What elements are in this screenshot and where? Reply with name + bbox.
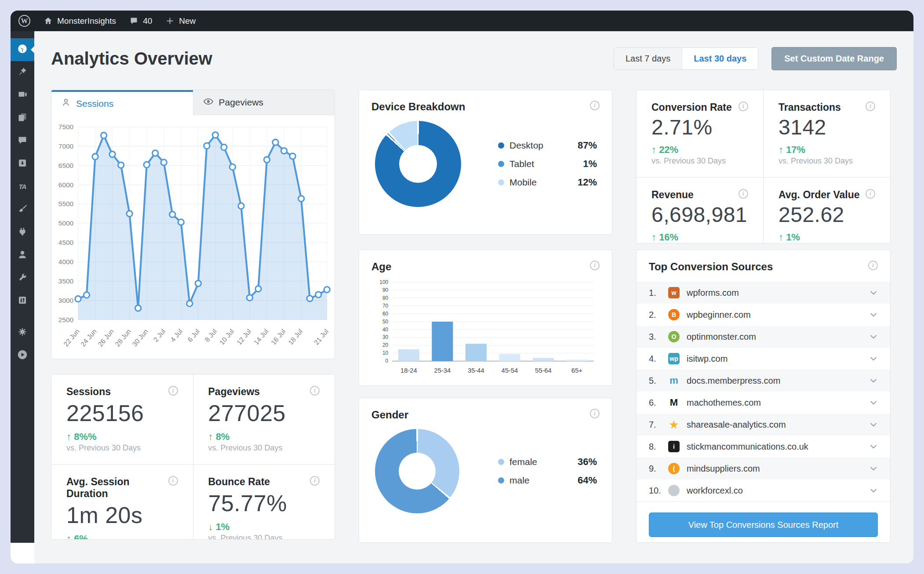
chevron-down-icon[interactable]	[869, 420, 878, 429]
source-domain: wpforms.com	[687, 288, 739, 298]
sessions-line-chart: 2500300035004000450050005500600065007000…	[51, 115, 335, 359]
tab-sessions[interactable]: Sessions	[51, 90, 193, 115]
info-icon[interactable]: i	[738, 189, 748, 199]
chevron-down-icon[interactable]	[869, 332, 878, 341]
info-icon[interactable]: i	[590, 261, 600, 270]
source-rank: 8.	[649, 442, 668, 452]
svg-text:21 Jul: 21 Jul	[313, 327, 330, 346]
device-breakdown-card: Device Breakdown i Desktop87%Tablet1%Mob…	[359, 90, 612, 235]
conversion-source-row[interactable]: 8. i stickmancommunications.co.uk	[637, 436, 890, 458]
conversion-source-row[interactable]: 5. m docs.memberpress.com	[637, 370, 890, 392]
chevron-down-icon[interactable]	[869, 310, 878, 319]
stat-delta: ↑ 16%	[651, 232, 748, 243]
conversion-source-row[interactable]: 4. wp isitwp.com	[637, 348, 890, 370]
sidebar-item-media[interactable]	[11, 84, 34, 107]
chevron-down-icon[interactable]	[869, 398, 878, 407]
site-menu[interactable]: MonsterInsights	[44, 16, 116, 26]
source-rank: 4.	[649, 354, 668, 364]
sidebar-item-ta-label[interactable]: TA	[11, 175, 34, 198]
svg-text:26 Jun: 26 Jun	[96, 327, 115, 348]
top-conversion-sources-card: Top Conversion Sources i 1. w wpforms.co…	[636, 250, 891, 543]
sidebar-item-video-play[interactable]	[11, 344, 34, 367]
stat-card-conversion-rate: Conversion Rate i 2.71% ↑ 22% vs. Previo…	[637, 90, 763, 177]
tab-pageviews[interactable]: Pageviews	[193, 90, 335, 115]
comments-menu[interactable]: 40	[129, 16, 152, 26]
chevron-down-icon[interactable]	[869, 464, 878, 473]
eye-icon	[203, 96, 214, 109]
sidebar-item-dashboard[interactable]	[11, 38, 34, 61]
source-domain: stickmancommunications.co.uk	[687, 442, 808, 452]
delta-arrow-icon: ↓	[208, 521, 213, 532]
info-icon[interactable]: i	[866, 102, 875, 111]
sidebar-item-download[interactable]	[11, 153, 34, 175]
info-icon[interactable]: i	[168, 386, 178, 396]
info-icon[interactable]: i	[310, 386, 320, 396]
favicon-monster-icon: O	[668, 331, 680, 342]
conversion-source-row[interactable]: 7. ★ shareasale-analytics.com	[637, 414, 890, 436]
chevron-down-icon[interactable]	[869, 288, 878, 297]
sidebar-item-wrench[interactable]	[11, 267, 34, 290]
svg-text:100: 100	[379, 279, 388, 285]
wordpress-logo[interactable]: W	[18, 15, 30, 27]
svg-text:60: 60	[382, 311, 389, 317]
right-column: Conversion Rate i 2.71% ↑ 22% vs. Previo…	[636, 90, 891, 543]
conversion-source-row[interactable]: 10. workforcexl.co	[637, 480, 890, 501]
left-column: Sessions Pageviews 250030003500400045005…	[51, 90, 335, 543]
svg-text:16 Jul: 16 Jul	[269, 327, 287, 346]
chevron-down-icon[interactable]	[869, 442, 878, 451]
download-icon	[17, 158, 28, 170]
sidebar-item-comments[interactable]	[11, 130, 34, 153]
svg-text:6500: 6500	[58, 162, 73, 169]
sidebar-item-seo-gear[interactable]	[11, 321, 34, 344]
admin-bar: W MonsterInsights 40 New	[11, 11, 913, 31]
date-range-segmented-control: Last 7 days Last 30 days	[614, 47, 758, 70]
svg-text:4500: 4500	[58, 239, 73, 246]
svg-text:24 Jun: 24 Jun	[79, 327, 98, 348]
sidebar-item-brush[interactable]	[11, 198, 34, 221]
stat-delta: ↑ 22%	[651, 144, 748, 156]
conversion-source-row[interactable]: 2. B wpbeginner.com	[637, 304, 890, 326]
info-icon[interactable]: i	[590, 409, 600, 418]
view-report-button[interactable]: View Top Conversions Sources Report	[649, 512, 878, 537]
conversion-source-row[interactable]: 9. ( mindsuppliers.com	[637, 458, 890, 480]
pushpin-icon	[17, 66, 28, 79]
stat-value: 75.77%	[208, 490, 320, 517]
svg-text:3500: 3500	[58, 277, 73, 285]
middle-column: Device Breakdown i Desktop87%Tablet1%Mob…	[359, 90, 612, 543]
set-custom-date-range-button[interactable]: Set Custom Date Range	[771, 47, 897, 70]
ecommerce-stats-grid: Conversion Rate i 2.71% ↑ 22% vs. Previo…	[636, 90, 891, 243]
chevron-down-icon[interactable]	[869, 354, 878, 363]
new-content-menu[interactable]: New	[165, 16, 196, 26]
plugin-icon	[17, 226, 28, 239]
svg-text:4000: 4000	[58, 258, 73, 265]
svg-text:14 Jul: 14 Jul	[252, 327, 270, 346]
favicon-bear-icon: w	[668, 287, 680, 298]
info-icon[interactable]: i	[310, 476, 320, 486]
svg-text:2500: 2500	[58, 316, 73, 323]
conversion-source-row[interactable]: 1. w wpforms.com	[637, 282, 890, 304]
source-domain: docs.memberpress.com	[687, 376, 780, 386]
sidebar-item-plugin[interactable]	[11, 221, 34, 244]
last-30-days-button[interactable]: Last 30 days	[682, 48, 758, 69]
last-7-days-button[interactable]: Last 7 days	[614, 48, 682, 69]
sidebar-item-pushpin[interactable]	[11, 61, 34, 84]
stat-label: Sessions	[66, 386, 111, 398]
info-icon[interactable]: i	[590, 101, 600, 110]
info-icon[interactable]: i	[868, 261, 878, 270]
main-content: Analytics Overview Last 7 days Last 30 d…	[34, 31, 913, 563]
source-rank: 10.	[649, 486, 668, 496]
info-icon[interactable]: i	[168, 476, 178, 486]
svg-text:22 Jun: 22 Jun	[62, 327, 81, 348]
conversion-source-row[interactable]: 6. M machothemes.com	[637, 392, 890, 414]
info-icon[interactable]: i	[866, 189, 875, 199]
svg-text:30 Jun: 30 Jun	[131, 327, 149, 348]
sidebar-item-pages[interactable]	[11, 107, 34, 130]
conversion-source-row[interactable]: 3. O optinmonster.com	[637, 326, 890, 348]
age-card: Age i 010203040506070809010018-2425-3435…	[359, 250, 612, 386]
sidebar-item-users[interactable]	[11, 244, 34, 267]
sidebar-item-settings-sliders[interactable]	[11, 290, 34, 312]
info-icon[interactable]: i	[738, 102, 748, 111]
chevron-down-icon[interactable]	[869, 376, 878, 385]
favicon-m-letter-black-icon: M	[668, 397, 680, 408]
chevron-down-icon[interactable]	[869, 486, 878, 495]
